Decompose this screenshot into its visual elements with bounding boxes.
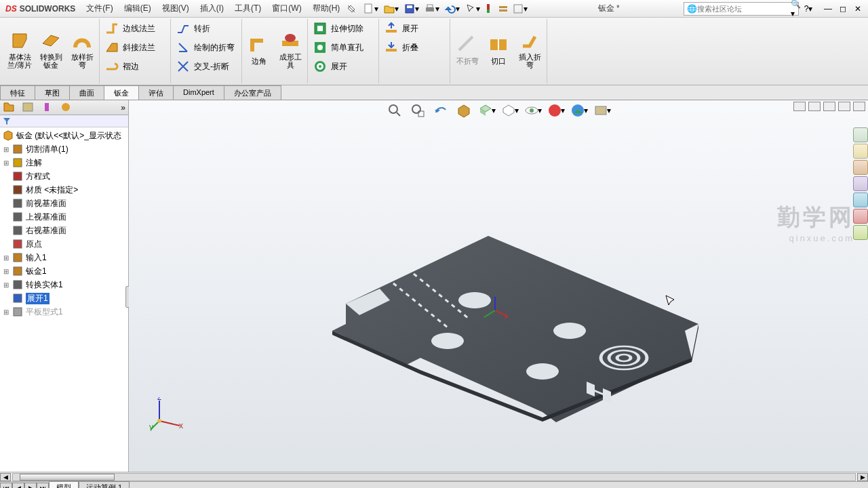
tab-surface[interactable]: 曲面 xyxy=(69,85,104,100)
tree-expander[interactable]: ⊞ xyxy=(3,268,9,275)
tree-item-3[interactable]: 材质 <未指定> xyxy=(0,183,128,197)
tree-item-4[interactable]: 前视基准面 xyxy=(0,197,128,210)
vp-single-icon[interactable] xyxy=(793,102,806,111)
hem-button[interactable]: 褶边 xyxy=(102,57,167,76)
tree-item-11[interactable]: 展开1 xyxy=(0,291,128,305)
print-icon[interactable]: ▾ xyxy=(422,3,441,15)
tab-model[interactable]: 模型 xyxy=(49,481,79,488)
tab-sketch[interactable]: 草图 xyxy=(35,85,70,100)
select-icon[interactable]: ▾ xyxy=(463,3,482,15)
tree-expander[interactable]: ⊞ xyxy=(3,159,9,167)
tab-nav-last[interactable]: ⏭ xyxy=(37,483,49,489)
view-settings-icon[interactable]: ▾ xyxy=(593,102,611,119)
featuremanager-tab-icon[interactable] xyxy=(3,102,16,114)
tree-item-6[interactable]: 右视基准面 xyxy=(0,224,128,237)
tree-item-5[interactable]: 上视基准面 xyxy=(0,210,128,224)
tree-item-10[interactable]: ⊞转换实体1 xyxy=(0,278,128,291)
corner-button[interactable]: 边角 xyxy=(245,19,273,80)
tree-item-8[interactable]: ⊞输入1 xyxy=(0,251,128,264)
close-icon[interactable]: ✕ xyxy=(852,3,864,15)
tab-evaluate[interactable]: 评估 xyxy=(138,85,174,100)
new-doc-icon[interactable]: ▾ xyxy=(361,3,380,15)
jog-button[interactable]: 转折 xyxy=(174,19,239,38)
tab-office[interactable]: 办公室产品 xyxy=(224,85,281,100)
tree-item-1[interactable]: ⊞注解 xyxy=(0,156,128,169)
taskpane-view-icon[interactable] xyxy=(853,176,868,191)
settings-dd-icon[interactable]: ▾ xyxy=(511,3,530,15)
edge-flange-button[interactable]: 边线法兰 xyxy=(102,19,167,38)
appearance-icon[interactable]: ▾ xyxy=(547,102,565,119)
options-icon[interactable] xyxy=(497,3,509,15)
menu-insert[interactable]: 插入(I) xyxy=(195,0,229,17)
configmanager-tab-icon[interactable] xyxy=(41,102,54,114)
scroll-track[interactable] xyxy=(12,473,856,481)
lofted-bend-button[interactable]: 放样折弯 xyxy=(68,19,96,80)
taskpane-custom-icon[interactable] xyxy=(853,209,868,224)
dimxpert-tab-icon[interactable] xyxy=(60,102,73,114)
search-box[interactable]: 🌐 🔍▾ xyxy=(684,2,799,16)
insert-bends-button[interactable]: 插入折弯 xyxy=(515,19,544,80)
pin-icon[interactable] xyxy=(345,3,357,15)
fold-button[interactable]: 折叠 xyxy=(382,38,447,57)
menu-window[interactable]: 窗口(W) xyxy=(267,0,307,17)
display-style-icon[interactable]: ▾ xyxy=(501,102,519,119)
tree-expander[interactable]: ⊞ xyxy=(3,146,9,153)
vp-dual-icon[interactable] xyxy=(808,102,821,111)
unfold-button[interactable]: 展开 xyxy=(382,19,447,38)
tab-nav-first[interactable]: ⏮ xyxy=(0,483,12,489)
view-orientation-icon[interactable]: ▾ xyxy=(478,102,496,119)
open-doc-icon[interactable]: ▾ xyxy=(382,3,401,15)
tab-motion-study[interactable]: 运动算例 1 xyxy=(79,481,130,488)
taskpane-library-icon[interactable] xyxy=(853,144,868,159)
prev-view-icon[interactable] xyxy=(432,102,450,119)
propertymanager-tab-icon[interactable] xyxy=(22,102,35,114)
tree-expander[interactable]: ⊞ xyxy=(3,254,9,262)
tree-item-12[interactable]: ⊞平板型式1 xyxy=(0,305,128,319)
tab-nav-next[interactable]: ▶ xyxy=(24,483,37,489)
cross-break-button[interactable]: 交叉-折断 xyxy=(174,57,239,76)
tree-item-7[interactable]: 原点 xyxy=(0,237,128,251)
convert-sheetmetal-button[interactable]: 转换到钣金 xyxy=(37,19,65,80)
tree-item-9[interactable]: ⊞钣金1 xyxy=(0,264,128,278)
tab-dimxpert[interactable]: DimXpert xyxy=(173,85,224,100)
extruded-cut-button[interactable]: 拉伸切除 xyxy=(311,19,376,38)
tab-sheetmetal[interactable]: 钣金 xyxy=(104,85,139,100)
tab-features[interactable]: 特征 xyxy=(0,85,35,100)
menu-file[interactable]: 文件(F) xyxy=(81,0,118,17)
tree-filter[interactable] xyxy=(0,115,128,127)
vent-button[interactable]: 展开 xyxy=(311,57,376,76)
help-icon[interactable]: ?▾ xyxy=(799,3,818,15)
section-view-icon[interactable] xyxy=(455,102,473,119)
miter-flange-button[interactable]: 斜接法兰 xyxy=(102,38,167,57)
menu-help[interactable]: 帮助(H) xyxy=(307,0,346,17)
zoom-fit-icon[interactable] xyxy=(386,102,403,119)
save-icon[interactable]: ▾ xyxy=(402,3,421,15)
tree-expander[interactable]: ⊞ xyxy=(3,281,9,289)
minimize-icon[interactable]: — xyxy=(822,3,834,15)
zoom-area-icon[interactable] xyxy=(409,102,427,119)
vp-max-icon[interactable] xyxy=(838,102,850,111)
taskpane-explorer-icon[interactable] xyxy=(853,160,868,175)
undo-icon[interactable]: ▾ xyxy=(443,3,462,15)
tree-item-2[interactable]: 方程式 xyxy=(0,169,128,183)
expand-panel-icon[interactable]: » xyxy=(121,103,125,113)
forming-tool-button[interactable]: 成形工具 xyxy=(276,19,304,80)
sketched-bend-button[interactable]: 绘制的折弯 xyxy=(174,38,239,57)
simple-hole-button[interactable]: 简单直孔 xyxy=(311,38,376,57)
maximize-icon[interactable]: ◻ xyxy=(837,3,849,15)
scroll-left-button[interactable]: ◀ xyxy=(0,473,11,481)
menu-tools[interactable]: 工具(T) xyxy=(229,0,267,17)
base-flange-button[interactable]: 基体法兰/薄片 xyxy=(5,19,34,80)
taskpane-appearance-icon[interactable] xyxy=(853,192,868,207)
tree-expander[interactable]: ⊞ xyxy=(3,308,9,316)
tab-nav-prev[interactable]: ◀ xyxy=(12,483,24,489)
rebuild-icon[interactable] xyxy=(484,3,496,15)
tree-item-0[interactable]: ⊞切割清单(1) xyxy=(0,142,128,156)
vp-link-icon[interactable] xyxy=(823,102,835,111)
rip-button[interactable]: 切口 xyxy=(484,19,513,80)
graphics-viewport[interactable]: ▾ ▾ ▾ ▾ ▾ ▾ 勤学网 qinxue.com xyxy=(129,100,868,472)
menu-edit[interactable]: 编辑(E) xyxy=(119,0,157,17)
hide-show-icon[interactable]: ▾ xyxy=(524,102,542,119)
taskpane-resources-icon[interactable] xyxy=(853,127,868,142)
scroll-right-button[interactable]: ▶ xyxy=(857,473,868,481)
